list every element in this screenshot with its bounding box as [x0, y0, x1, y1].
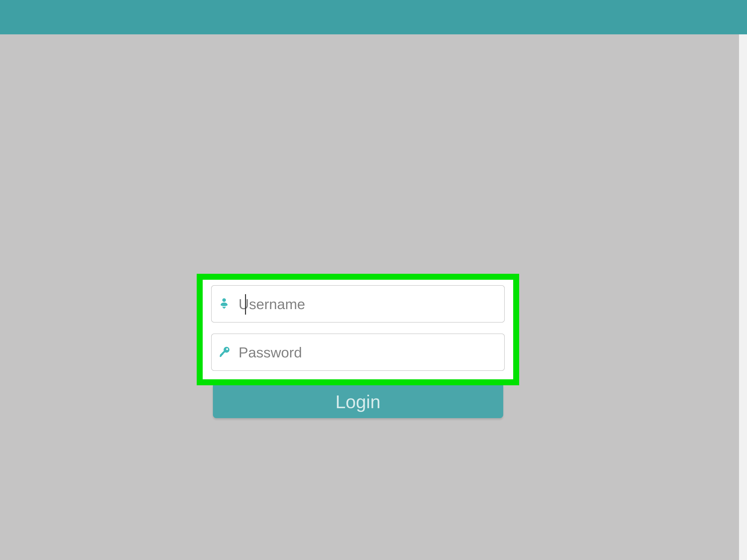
- user-icon: [216, 296, 232, 311]
- header-bar: [0, 0, 747, 34]
- password-field-wrapper[interactable]: [211, 334, 505, 371]
- key-icon: [216, 345, 232, 359]
- scrollbar[interactable]: [739, 34, 747, 560]
- login-button[interactable]: Login: [213, 385, 503, 418]
- username-field-wrapper[interactable]: [211, 285, 505, 323]
- password-input[interactable]: [238, 334, 499, 370]
- username-input[interactable]: [238, 286, 499, 322]
- highlight-annotation: [197, 274, 519, 385]
- text-caret: [245, 294, 246, 315]
- svg-point-0: [222, 298, 226, 302]
- svg-point-2: [226, 348, 228, 350]
- login-form: Login: [197, 274, 519, 418]
